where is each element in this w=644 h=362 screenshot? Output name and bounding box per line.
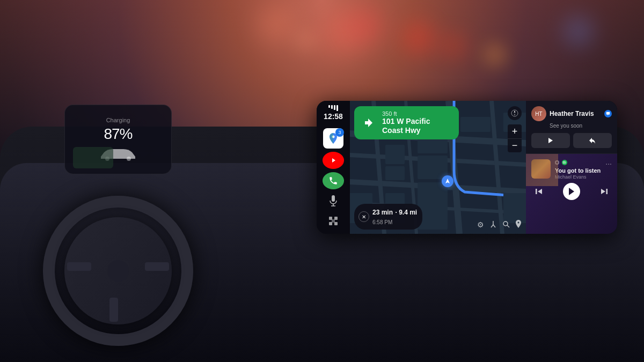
time-display: 12:58 <box>324 113 343 121</box>
svg-marker-35 <box>445 179 450 183</box>
reply-message-button[interactable] <box>573 133 612 148</box>
mini-map <box>73 147 113 168</box>
zoom-out-button[interactable]: − <box>508 138 522 152</box>
message-contact-info: Heather Travis <box>550 110 594 117</box>
svg-marker-43 <box>538 189 542 194</box>
cancel-nav-button[interactable]: ✕ <box>358 211 369 222</box>
map-toolbar: ⚙ <box>477 220 522 230</box>
android-auto-screen: 12:58 3 <box>317 101 617 234</box>
svg-rect-27 <box>418 156 448 179</box>
turn-arrow-icon <box>361 114 378 131</box>
svg-rect-26 <box>385 166 405 180</box>
search-toolbar-icon[interactable] <box>502 220 510 230</box>
background-scene: Charging 87% 12:58 <box>0 0 644 362</box>
eta-distance: 9.4 mi <box>399 209 417 216</box>
eta-time: 6:58 PM <box>372 219 392 225</box>
svg-rect-24 <box>460 117 491 132</box>
svg-rect-11 <box>332 219 335 223</box>
navigation-map[interactable]: 350 ft 101 W PacificCoast Hwy ✕ 23 min ·… <box>350 101 526 234</box>
svg-line-38 <box>493 225 495 227</box>
message-app-icon <box>604 110 612 117</box>
charging-label: Charging <box>106 117 130 123</box>
message-preview-text: See you soon <box>531 123 612 129</box>
app-sidebar: 12:58 3 <box>317 101 350 234</box>
message-card: HT Heather Travis See you soon <box>526 101 617 154</box>
svg-marker-34 <box>514 114 516 116</box>
eta-info: 23 min · 9.4 mi 6:58 PM <box>372 207 417 226</box>
eta-duration: 23 min <box>372 209 393 216</box>
svg-rect-31 <box>503 193 526 223</box>
previous-track-button[interactable] <box>531 184 546 199</box>
play-pause-button[interactable] <box>563 183 580 200</box>
svg-marker-45 <box>569 188 574 195</box>
steering-wheel <box>43 196 193 346</box>
eta-bar[interactable]: ✕ 23 min · 9.4 mi 6:58 PM <box>354 204 422 230</box>
svg-rect-47 <box>606 189 608 194</box>
settings-toolbar-icon[interactable]: ⚙ <box>477 220 484 229</box>
message-header: HT Heather Travis <box>531 106 612 121</box>
music-artist-name: Michael Evans <box>555 174 601 180</box>
compass-button[interactable] <box>508 106 522 120</box>
right-panel: HT Heather Travis See you soon <box>526 101 617 234</box>
youtube-app-icon[interactable] <box>323 152 344 169</box>
message-actions <box>531 133 612 148</box>
fork-toolbar-icon[interactable] <box>489 220 497 230</box>
music-info: You got to listen Michael Evans <box>555 159 601 180</box>
svg-marker-41 <box>548 138 553 143</box>
svg-rect-9 <box>329 222 332 225</box>
svg-marker-33 <box>514 110 516 113</box>
spotify-icon <box>561 159 568 166</box>
svg-rect-7 <box>329 217 332 220</box>
microphone-icon[interactable] <box>323 193 344 210</box>
svg-point-1 <box>127 157 131 161</box>
battery-percent: 87% <box>104 125 132 143</box>
nav-instruction-card: 350 ft 101 W PacificCoast Hwy <box>354 106 459 139</box>
music-track-title: You got to listen <box>555 167 601 174</box>
instrument-cluster: Charging 87% <box>64 105 172 174</box>
music-card: You got to listen Michael Evans ··· <box>526 154 617 234</box>
next-track-button[interactable] <box>597 184 612 199</box>
contact-name: Heather Travis <box>550 110 594 117</box>
svg-rect-8 <box>334 217 338 220</box>
nav-text: 350 ft 101 W PacificCoast Hwy <box>382 110 430 135</box>
app-grid-icon[interactable] <box>323 212 344 230</box>
svg-marker-46 <box>601 189 605 194</box>
pin-toolbar-icon[interactable] <box>515 220 522 230</box>
zoom-in-button[interactable]: + <box>508 124 522 138</box>
contact-avatar: HT <box>531 106 546 121</box>
album-art-background <box>526 154 558 186</box>
location-arrow <box>442 175 453 187</box>
svg-rect-22 <box>385 145 405 164</box>
svg-line-37 <box>491 225 493 227</box>
svg-rect-10 <box>334 222 338 225</box>
phone-app-icon[interactable] <box>323 172 344 189</box>
maps-app-icon[interactable]: 3 <box>323 128 344 149</box>
nav-street: 101 W PacificCoast Hwy <box>382 117 430 135</box>
svg-rect-4 <box>332 195 335 202</box>
play-message-button[interactable] <box>531 133 570 148</box>
svg-rect-30 <box>418 182 448 230</box>
svg-point-39 <box>503 221 508 226</box>
music-more-options[interactable]: ··· <box>605 159 612 168</box>
nav-distance: 350 ft <box>382 110 430 117</box>
svg-line-40 <box>507 225 509 227</box>
svg-rect-44 <box>536 189 537 194</box>
